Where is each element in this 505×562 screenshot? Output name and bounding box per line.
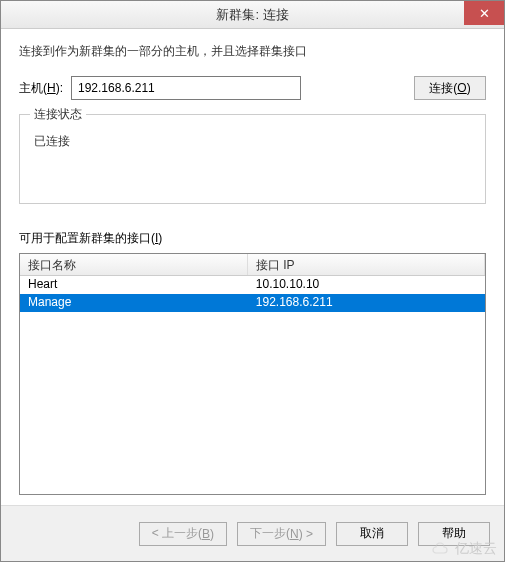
- host-label-suffix: ):: [56, 81, 63, 95]
- interfaces-table: 接口名称 接口 IP Heart10.10.10.10Manage192.168…: [19, 253, 486, 495]
- interfaces-label-prefix: 可用于配置新群集的接口(: [19, 231, 155, 245]
- connect-button[interactable]: 连接(O): [414, 76, 486, 100]
- close-icon: ✕: [479, 6, 490, 21]
- back-button[interactable]: < 上一步(B): [139, 522, 227, 546]
- dialog-footer: < 上一步(B) 下一步(N) > 取消 帮助: [1, 505, 504, 561]
- cell-interface-ip: 192.168.6.211: [248, 294, 485, 312]
- cell-interface-ip: 10.10.10.10: [248, 276, 485, 294]
- window-title: 新群集: 连接: [216, 6, 288, 24]
- back-key: B: [202, 527, 210, 541]
- help-button[interactable]: 帮助: [418, 522, 490, 546]
- table-row[interactable]: Heart10.10.10.10: [20, 276, 485, 294]
- next-button[interactable]: 下一步(N) >: [237, 522, 326, 546]
- host-label-prefix: 主机(: [19, 81, 47, 95]
- column-header-name[interactable]: 接口名称: [20, 254, 248, 275]
- cell-interface-name: Heart: [20, 276, 248, 294]
- instruction-text: 连接到作为新群集的一部分的主机，并且选择群集接口: [19, 43, 486, 60]
- host-label: 主机(H):: [19, 80, 63, 97]
- cancel-button[interactable]: 取消: [336, 522, 408, 546]
- host-input[interactable]: [71, 76, 301, 100]
- host-row: 主机(H): 连接(O): [19, 76, 486, 100]
- interfaces-label-suffix: ): [158, 231, 162, 245]
- dialog-content: 连接到作为新群集的一部分的主机，并且选择群集接口 主机(H): 连接(O) 连接…: [1, 29, 504, 505]
- connection-status-legend: 连接状态: [30, 106, 86, 123]
- close-button[interactable]: ✕: [464, 1, 504, 25]
- back-prefix: < 上一步(: [152, 525, 202, 542]
- table-row[interactable]: Manage192.168.6.211: [20, 294, 485, 312]
- column-header-ip[interactable]: 接口 IP: [248, 254, 485, 275]
- host-label-key: H: [47, 81, 56, 95]
- cell-interface-name: Manage: [20, 294, 248, 312]
- next-prefix: 下一步(: [250, 525, 290, 542]
- connect-btn-prefix: 连接(: [429, 80, 457, 97]
- interfaces-label: 可用于配置新群集的接口(I): [19, 230, 486, 247]
- connection-status-box: 连接状态 已连接: [19, 114, 486, 204]
- back-suffix: ): [210, 527, 214, 541]
- next-suffix: ) >: [299, 527, 313, 541]
- table-header: 接口名称 接口 IP: [20, 254, 485, 276]
- connect-btn-suffix: ): [467, 81, 471, 95]
- table-body: Heart10.10.10.10Manage192.168.6.211: [20, 276, 485, 494]
- connection-status-text: 已连接: [34, 133, 471, 150]
- connect-btn-key: O: [457, 81, 466, 95]
- titlebar: 新群集: 连接 ✕: [1, 1, 504, 29]
- next-key: N: [290, 527, 299, 541]
